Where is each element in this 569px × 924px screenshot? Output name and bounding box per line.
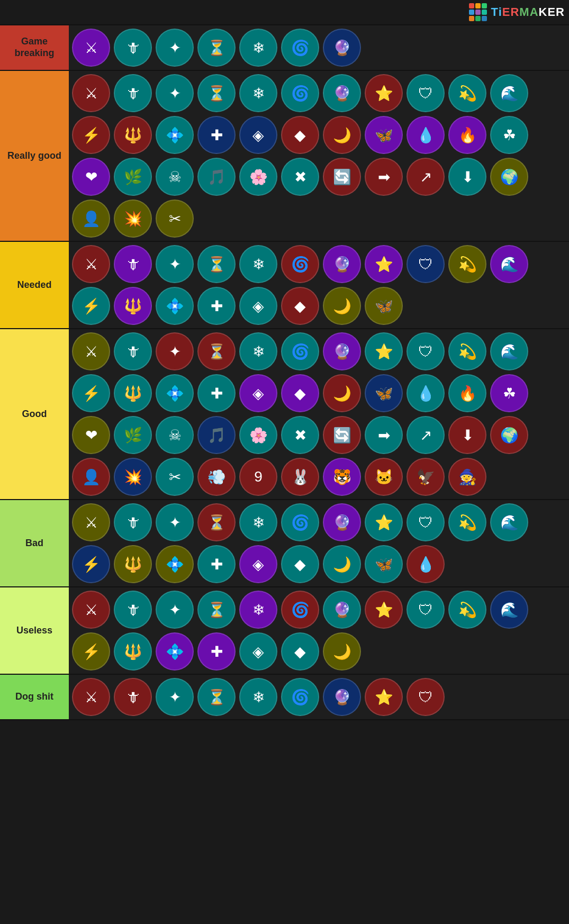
list-item[interactable]: 🔄 — [323, 416, 361, 454]
list-item[interactable]: ⏳ — [197, 332, 236, 370]
list-item[interactable]: 🌍 — [490, 416, 528, 454]
list-item[interactable]: ⚔ — [72, 74, 110, 112]
list-item[interactable]: ❤ — [72, 158, 110, 196]
list-item[interactable]: ◆ — [281, 545, 319, 583]
list-item[interactable]: 🌙 — [323, 287, 361, 325]
list-item[interactable]: 🎵 — [197, 416, 236, 454]
list-item[interactable]: 🔱 — [114, 287, 152, 325]
list-item[interactable]: ☠ — [156, 416, 194, 454]
list-item[interactable]: 🔮 — [323, 74, 361, 112]
list-item[interactable]: 🌊 — [490, 245, 528, 283]
list-item[interactable]: ⏳ — [197, 591, 236, 629]
list-item[interactable]: ⚡ — [72, 632, 110, 671]
list-item[interactable]: ✚ — [197, 545, 236, 583]
list-item[interactable]: 🌿 — [114, 158, 152, 196]
list-item[interactable]: 🗡 — [114, 245, 152, 283]
list-item[interactable]: ⭐ — [365, 74, 403, 112]
list-item[interactable]: ⚡ — [72, 287, 110, 325]
list-item[interactable]: 🔱 — [114, 545, 152, 583]
list-item[interactable]: 🌙 — [323, 632, 361, 671]
list-item[interactable]: 💨 — [197, 458, 236, 496]
list-item[interactable]: 💠 — [156, 545, 194, 583]
list-item[interactable]: ◆ — [281, 116, 319, 154]
list-item[interactable]: ☘ — [490, 116, 528, 154]
list-item[interactable]: ⚔ — [72, 678, 110, 716]
list-item[interactable]: 🌙 — [323, 545, 361, 583]
list-item[interactable]: ◆ — [281, 632, 319, 671]
list-item[interactable]: 🔮 — [323, 591, 361, 629]
list-item[interactable]: ✖ — [281, 158, 319, 196]
list-item[interactable]: ⬇ — [448, 158, 486, 196]
list-item[interactable]: ➡ — [365, 416, 403, 454]
list-item[interactable]: ❄ — [239, 503, 277, 541]
list-item[interactable]: 🌊 — [490, 74, 528, 112]
list-item[interactable]: ✚ — [197, 374, 236, 412]
list-item[interactable]: ✦ — [156, 591, 194, 629]
list-item[interactable]: 🎵 — [197, 158, 236, 196]
list-item[interactable]: 🛡 — [407, 678, 445, 716]
list-item[interactable]: ✦ — [156, 332, 194, 370]
list-item[interactable]: 🗡 — [114, 74, 152, 112]
list-item[interactable]: 🌸 — [239, 158, 277, 196]
list-item[interactable]: 💠 — [156, 374, 194, 412]
list-item[interactable]: 🔱 — [114, 632, 152, 671]
list-item[interactable]: 💫 — [448, 245, 486, 283]
list-item[interactable]: ⏳ — [197, 678, 236, 716]
list-item[interactable]: ➡ — [365, 158, 403, 196]
list-item[interactable]: ✦ — [156, 678, 194, 716]
list-item[interactable]: 🗡 — [114, 29, 152, 67]
list-item[interactable]: 🔱 — [114, 116, 152, 154]
list-item[interactable]: ↗ — [407, 416, 445, 454]
list-item[interactable]: 💧 — [407, 545, 445, 583]
list-item[interactable]: 💠 — [156, 116, 194, 154]
list-item[interactable]: ⏳ — [197, 503, 236, 541]
list-item[interactable]: 🔥 — [448, 116, 486, 154]
list-item[interactable]: 🗡 — [114, 332, 152, 370]
list-item[interactable]: 🐯 — [323, 458, 361, 496]
list-item[interactable]: 🔱 — [114, 374, 152, 412]
list-item[interactable]: 🔥 — [448, 374, 486, 412]
list-item[interactable]: ❄ — [239, 74, 277, 112]
list-item[interactable]: 🌀 — [281, 245, 319, 283]
list-item[interactable]: ⬇ — [448, 416, 486, 454]
list-item[interactable]: ✚ — [197, 116, 236, 154]
list-item[interactable]: ✚ — [197, 287, 236, 325]
list-item[interactable]: 🌀 — [281, 678, 319, 716]
list-item[interactable]: ❄ — [239, 332, 277, 370]
list-item[interactable]: 💧 — [407, 374, 445, 412]
list-item[interactable]: ⭐ — [365, 591, 403, 629]
list-item[interactable]: 💫 — [448, 591, 486, 629]
list-item[interactable]: ⚔ — [72, 591, 110, 629]
list-item[interactable]: 🛡 — [407, 245, 445, 283]
list-item[interactable]: 💧 — [407, 116, 445, 154]
list-item[interactable]: 🦋 — [365, 116, 403, 154]
list-item[interactable]: ❄ — [239, 678, 277, 716]
list-item[interactable]: 💫 — [448, 332, 486, 370]
list-item[interactable]: 🗡 — [114, 503, 152, 541]
list-item[interactable]: ◈ — [239, 287, 277, 325]
list-item[interactable]: ⚔ — [72, 29, 110, 67]
list-item[interactable]: 🌙 — [323, 116, 361, 154]
list-item[interactable]: 🗡 — [114, 678, 152, 716]
list-item[interactable]: 🛡 — [407, 74, 445, 112]
list-item[interactable]: ⭐ — [365, 245, 403, 283]
list-item[interactable]: ◈ — [239, 116, 277, 154]
list-item[interactable]: ⚡ — [72, 374, 110, 412]
list-item[interactable]: ❄ — [239, 245, 277, 283]
list-item[interactable]: 🌊 — [490, 332, 528, 370]
list-item[interactable]: 🦋 — [365, 545, 403, 583]
list-item[interactable]: 🔮 — [323, 678, 361, 716]
list-item[interactable]: 🐰 — [281, 458, 319, 496]
list-item[interactable]: ⚔ — [72, 503, 110, 541]
list-item[interactable]: 🛡 — [407, 591, 445, 629]
list-item[interactable]: 9 — [239, 458, 277, 496]
list-item[interactable]: 🛡 — [407, 503, 445, 541]
list-item[interactable]: ☘ — [490, 374, 528, 412]
list-item[interactable]: ◆ — [281, 287, 319, 325]
list-item[interactable]: ⚡ — [72, 545, 110, 583]
list-item[interactable]: ◈ — [239, 632, 277, 671]
list-item[interactable]: 🌸 — [239, 416, 277, 454]
list-item[interactable]: ⏳ — [197, 29, 236, 67]
list-item[interactable]: ✦ — [156, 245, 194, 283]
list-item[interactable]: ❄ — [239, 591, 277, 629]
